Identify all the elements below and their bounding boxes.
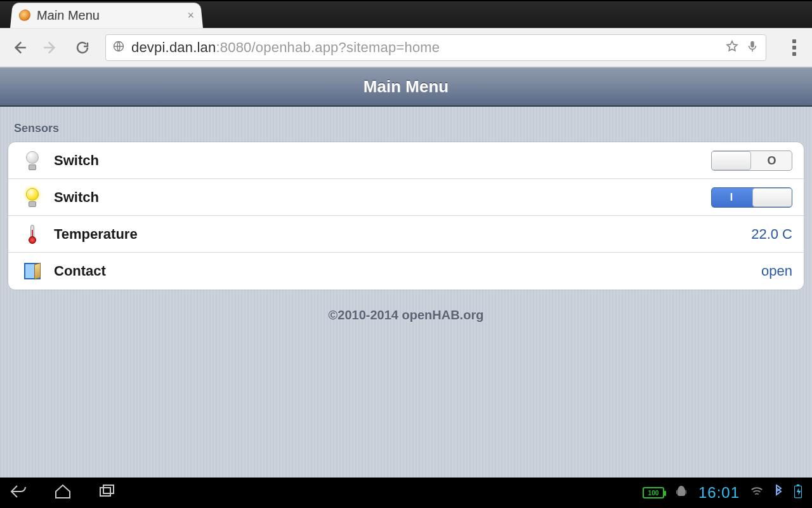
- row-label: Temperature: [54, 226, 138, 243]
- bluetooth-icon: [774, 485, 783, 502]
- section-title: Sensors: [8, 113, 804, 142]
- battery-charging-icon: [793, 485, 803, 501]
- sensors-list: Switch O Switch I Temperature 2: [8, 142, 804, 290]
- tab-title: Main Menu: [36, 8, 181, 23]
- row-label: Switch: [54, 152, 99, 169]
- bookmark-star-icon[interactable]: [725, 39, 739, 56]
- close-icon[interactable]: ×: [187, 9, 195, 22]
- thermometer-icon: [20, 225, 45, 244]
- back-button[interactable]: [10, 39, 28, 56]
- page-title: Main Menu: [363, 77, 449, 97]
- status-clock: 16:01: [698, 484, 740, 502]
- favicon-icon: [18, 10, 31, 21]
- toggle-on-label: I: [712, 192, 752, 203]
- address-bar[interactable]: devpi.dan.lan:8080/openhab.app?sitemap=h…: [105, 34, 766, 61]
- reload-button[interactable]: [74, 40, 91, 55]
- list-item-temperature[interactable]: Temperature 22.0 C: [8, 216, 804, 253]
- browser-tabstrip: Main Menu ×: [0, 1, 812, 28]
- svg-rect-3: [103, 485, 114, 493]
- list-item-switch-on[interactable]: Switch I: [8, 179, 804, 216]
- lightbulb-off-icon: [20, 151, 45, 170]
- wifi-icon: [750, 485, 764, 501]
- battery-level-badge: 100: [643, 487, 664, 498]
- browser-menu-button[interactable]: [787, 39, 802, 56]
- url-path: /openhab.app?sitemap=home: [252, 39, 440, 55]
- android-home-button[interactable]: [53, 482, 72, 504]
- list-item-switch-off[interactable]: Switch O: [8, 142, 804, 179]
- svg-rect-1: [750, 41, 754, 48]
- url-port: :8080: [216, 39, 251, 55]
- svg-rect-5: [797, 485, 799, 486]
- browser-toolbar: devpi.dan.lan:8080/openhab.app?sitemap=h…: [0, 28, 812, 67]
- toggle-off-label: O: [752, 154, 792, 168]
- url-text: devpi.dan.lan:8080/openhab.app?sitemap=h…: [131, 39, 719, 56]
- url-host: devpi.dan.lan: [131, 39, 216, 55]
- globe-icon: [112, 40, 125, 55]
- row-label: Contact: [54, 263, 106, 279]
- android-nav-bar: 100 16:01: [0, 478, 812, 508]
- content-area: Sensors Switch O Switch I: [0, 107, 812, 478]
- row-label: Switch: [54, 189, 99, 206]
- switch-toggle-off[interactable]: O: [711, 150, 792, 171]
- list-item-contact[interactable]: Contact open: [8, 253, 804, 290]
- door-open-icon: [20, 263, 45, 279]
- app-footer: ©2010-2014 openHAB.org: [8, 290, 804, 323]
- browser-tab-active[interactable]: Main Menu ×: [10, 3, 203, 28]
- lightbulb-on-icon: [20, 188, 45, 207]
- svg-rect-2: [100, 488, 110, 496]
- android-robot-icon: [674, 485, 688, 501]
- app-header: Main Menu: [0, 67, 812, 107]
- switch-toggle-on[interactable]: I: [711, 187, 792, 208]
- android-recent-apps-button[interactable]: [98, 482, 117, 504]
- forward-button[interactable]: [42, 39, 60, 56]
- temperature-value: 22.0 C: [751, 226, 792, 243]
- microphone-icon[interactable]: [745, 39, 759, 56]
- contact-value: open: [761, 263, 792, 279]
- android-back-button[interactable]: [9, 482, 28, 504]
